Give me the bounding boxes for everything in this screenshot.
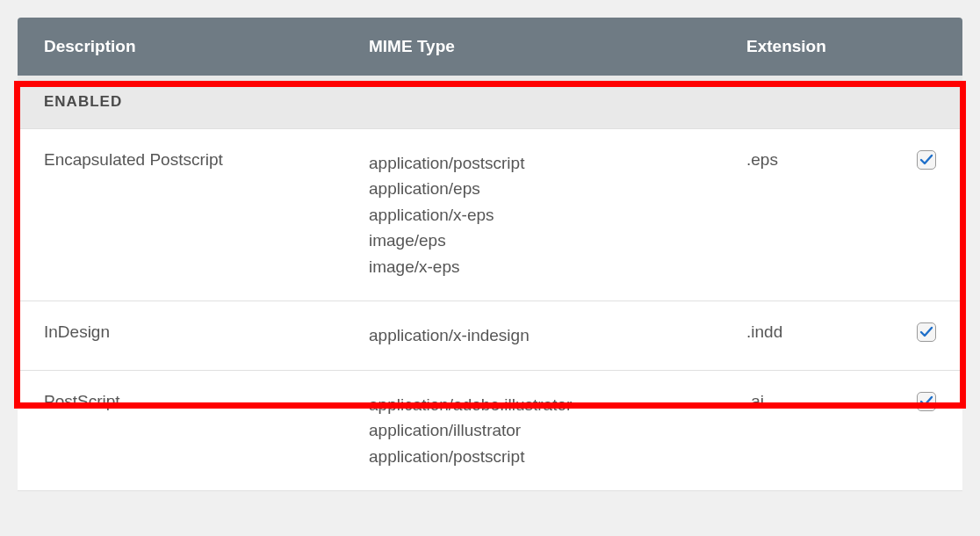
mime-type-value: application/x-indesign xyxy=(369,322,746,348)
enabled-checkbox[interactable] xyxy=(917,322,936,342)
row-checkbox-cell xyxy=(901,392,936,411)
section-header-enabled: ENABLED xyxy=(18,76,962,129)
row-description: Encapsulated Postscript xyxy=(44,150,369,170)
header-mime: MIME Type xyxy=(369,37,746,56)
mime-type-value: image/eps xyxy=(369,228,746,253)
row-mime-types: application/postscriptapplication/epsapp… xyxy=(369,150,746,279)
row-extension: .ai xyxy=(746,392,901,411)
mime-type-value: application/eps xyxy=(369,176,746,201)
row-mime-types: application/adobe.illustratorapplication… xyxy=(369,392,746,469)
row-mime-types: application/x-indesign xyxy=(369,322,746,348)
table-header: Description MIME Type Extension xyxy=(18,18,962,76)
mime-type-value: application/illustrator xyxy=(369,417,746,443)
row-extension: .indd xyxy=(746,322,901,342)
row-checkbox-cell xyxy=(901,322,936,342)
mime-type-value: application/postscript xyxy=(369,444,746,469)
row-checkbox-cell xyxy=(901,150,936,170)
header-description: Description xyxy=(44,37,369,56)
enabled-checkbox[interactable] xyxy=(917,150,936,170)
table-row: InDesignapplication/x-indesign.indd xyxy=(18,301,962,370)
row-extension: .eps xyxy=(746,150,901,170)
mime-type-value: application/postscript xyxy=(369,150,746,176)
enabled-checkbox[interactable] xyxy=(917,392,936,411)
mime-type-value: application/adobe.illustrator xyxy=(369,392,746,417)
row-description: InDesign xyxy=(44,322,369,342)
table-row: PostScriptapplication/adobe.illustratora… xyxy=(18,371,962,491)
row-description: PostScript xyxy=(44,392,369,411)
mime-type-value: application/x-eps xyxy=(369,202,746,228)
mime-type-value: image/x-eps xyxy=(369,254,746,279)
table-row: Encapsulated Postscriptapplication/posts… xyxy=(18,129,962,301)
mime-types-table: Description MIME Type Extension ENABLED … xyxy=(18,18,962,491)
header-extension: Extension xyxy=(746,37,936,56)
